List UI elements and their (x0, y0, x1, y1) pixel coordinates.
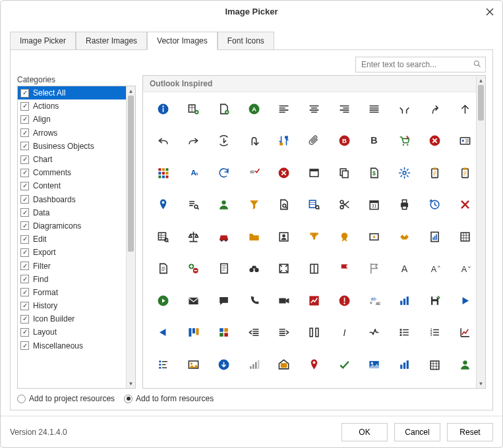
kanban-icon[interactable] (179, 320, 209, 345)
checkbox-icon[interactable]: ✓ (20, 328, 29, 337)
mail-icon[interactable] (179, 288, 209, 313)
search-list-icon[interactable] (179, 192, 209, 217)
add-column-icon[interactable] (179, 96, 209, 121)
tab-image-picker[interactable]: Image Picker (10, 32, 76, 50)
indent-left-icon[interactable] (239, 320, 269, 345)
page-search-icon[interactable] (269, 192, 299, 217)
bold-icon[interactable]: B (359, 128, 390, 154)
download-circle-icon[interactable] (208, 352, 239, 377)
radio-add-to-project[interactable]: Add to project resources (17, 394, 115, 403)
trophy-icon[interactable] (299, 224, 330, 249)
cancel-button[interactable]: Cancel (394, 423, 440, 441)
gallery-scrollbar[interactable]: ▲ ▼ (476, 76, 485, 388)
search-box[interactable] (355, 57, 486, 72)
merge-arrows-icon[interactable] (390, 96, 420, 121)
money-page-icon[interactable]: $ (359, 160, 390, 185)
checkbox-icon[interactable]: ✓ (20, 115, 29, 124)
letter-a-circle-icon[interactable]: A (239, 96, 269, 121)
phone-icon[interactable] (239, 288, 269, 313)
checkbox-icon[interactable]: ✓ (20, 102, 29, 111)
category-item[interactable]: ✓Miscellaneous (18, 339, 135, 352)
binoculars-icon[interactable] (239, 256, 269, 281)
reset-button[interactable]: Reset (447, 423, 493, 441)
tab-font-icons[interactable]: Font Icons (218, 32, 274, 50)
checkbox-icon[interactable]: ✓ (20, 155, 29, 164)
category-item[interactable]: ✓Icon Builder (18, 312, 135, 325)
italic-icon[interactable]: I (329, 320, 359, 345)
checkbox-icon[interactable]: ✓ (20, 169, 29, 177)
mail-open-icon[interactable] (269, 352, 299, 377)
swap-icon[interactable] (269, 128, 299, 154)
flag-red-icon[interactable] (329, 256, 359, 281)
checkbox-icon[interactable]: ✓ (20, 315, 29, 323)
book-icon[interactable] (299, 256, 330, 281)
grid4-icon[interactable] (208, 320, 239, 345)
checkbox-icon[interactable]: ✓ (20, 195, 29, 204)
category-item[interactable]: ✓Align (18, 113, 135, 126)
category-item[interactable]: ✓Actions (18, 99, 135, 113)
bar-chart-icon[interactable] (390, 288, 420, 313)
data-search-icon[interactable] (299, 192, 330, 217)
badge-icon[interactable] (329, 224, 359, 249)
category-item[interactable]: ✓Layout (18, 325, 135, 339)
cancel-icon[interactable] (269, 160, 299, 185)
gear-icon[interactable] (390, 160, 420, 185)
window-close-button[interactable] (483, 5, 497, 19)
flag-outline-icon[interactable] (359, 256, 390, 281)
user-icon[interactable] (208, 192, 239, 217)
category-item[interactable]: ✓Export (18, 246, 135, 259)
attachment-icon[interactable] (299, 128, 330, 154)
category-item[interactable]: ✓Chart (18, 153, 135, 166)
chart-up-icon[interactable] (299, 288, 330, 313)
bullets-icon[interactable] (390, 320, 420, 345)
folder-icon[interactable] (239, 224, 269, 249)
chat-icon[interactable] (208, 288, 239, 313)
checkbox-icon[interactable]: ✓ (20, 89, 29, 98)
align-left-icon[interactable] (269, 96, 299, 121)
task-list-icon[interactable] (420, 160, 450, 185)
font-grow-icon[interactable]: A (420, 256, 450, 281)
play-circle-icon[interactable] (148, 288, 179, 313)
category-item[interactable]: ✓Dashboards (18, 193, 135, 206)
window-icon[interactable] (299, 160, 330, 185)
contact-icon[interactable] (269, 224, 299, 249)
reload-icon[interactable] (208, 128, 239, 154)
print-icon[interactable] (390, 192, 420, 217)
scroll-up-arrow-icon[interactable]: ▲ (127, 86, 135, 96)
redo-up-icon[interactable] (420, 96, 450, 121)
tab-vector-images[interactable]: Vector Images (147, 32, 218, 50)
add-remove-icon[interactable] (179, 256, 209, 281)
radio-add-to-form[interactable]: Add to form resources (124, 394, 214, 403)
analytics-icon[interactable] (390, 352, 420, 377)
category-item[interactable]: ✓Format (18, 286, 135, 299)
category-item[interactable]: ✓Diagramicons (18, 219, 135, 233)
calendar-grid-icon[interactable] (420, 352, 450, 377)
filter-icon[interactable] (239, 192, 269, 217)
search-input[interactable] (360, 59, 469, 70)
balance-icon[interactable] (179, 224, 209, 249)
history-icon[interactable] (420, 192, 450, 217)
table-search-icon[interactable] (148, 224, 179, 249)
checkbox-icon[interactable]: ✓ (20, 302, 29, 310)
numbered-icon[interactable]: 123 (420, 320, 450, 345)
cart-icon[interactable] (390, 128, 420, 154)
checkbox-icon[interactable]: ✓ (20, 208, 29, 217)
category-item[interactable]: ✓Business Objects (18, 140, 135, 153)
alert-icon[interactable] (329, 288, 359, 313)
font-a-icon[interactable]: A (390, 256, 420, 281)
info-icon[interactable] (148, 96, 179, 121)
signal-icon[interactable] (239, 352, 269, 377)
redo-icon[interactable] (179, 128, 209, 154)
checkbox-icon[interactable]: ✓ (20, 288, 29, 296)
pin-red-icon[interactable] (299, 352, 330, 377)
align-right-icon[interactable] (329, 96, 359, 121)
spellcheck-icon[interactable]: ab (239, 160, 269, 185)
align-center-icon[interactable] (299, 96, 330, 121)
rate-icon[interactable] (359, 224, 390, 249)
category-item[interactable]: ✓Comments (18, 166, 135, 179)
document-icon[interactable] (148, 256, 179, 281)
checkbox-icon[interactable]: ✓ (20, 248, 29, 257)
category-item[interactable]: ✓Find (18, 273, 135, 286)
checkbox-icon[interactable]: ✓ (20, 341, 29, 350)
date-icon[interactable]: 31 (359, 192, 390, 217)
